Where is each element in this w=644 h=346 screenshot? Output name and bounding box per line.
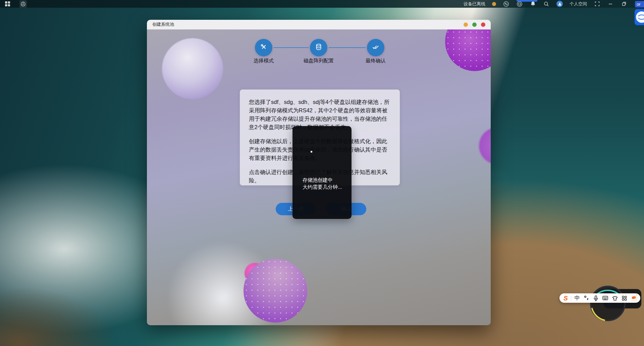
dialog-titlebar[interactable]: 创建系统池 xyxy=(147,20,491,30)
toast-line-2: 大约需要几分钟... xyxy=(303,183,342,190)
toolbox-grid-icon[interactable] xyxy=(621,295,628,301)
decor-sphere-soft xyxy=(162,38,223,99)
skin-theme-icon[interactable] xyxy=(612,295,618,301)
ime-logo[interactable]: S xyxy=(564,295,568,301)
launcher-grid-icon[interactable] xyxy=(4,1,11,7)
toast-line-1: 存储池创建中 xyxy=(303,176,342,183)
system-top-bar: 设备已离线 个人空间 xyxy=(0,0,644,8)
assistant-tab-label: or xyxy=(637,2,641,7)
decor-sphere-dotted-bottom xyxy=(244,259,307,323)
transfer-icon[interactable] xyxy=(503,1,509,7)
punctuation-mode-icon[interactable] xyxy=(583,295,589,301)
assistant-float-button[interactable] xyxy=(635,9,644,25)
maximize-icon[interactable] xyxy=(621,1,627,7)
creating-pool-toast: 存储池创建中 大约需要几分钟... xyxy=(292,126,352,219)
minimize-icon[interactable] xyxy=(607,1,614,7)
user-space-label[interactable]: 个人空间 xyxy=(570,1,587,7)
assistant-tab[interactable]: or xyxy=(635,1,644,7)
decor-sphere-right xyxy=(479,127,491,164)
system-monitor-widget[interactable] xyxy=(589,285,626,322)
step-label-select-mode: 选择模式 xyxy=(254,58,274,64)
status-dot-icon xyxy=(492,2,496,6)
step-connector-1 xyxy=(274,47,309,48)
step-connector-2 xyxy=(329,47,366,48)
assistant-logo-icon xyxy=(636,11,644,23)
voice-input-icon[interactable] xyxy=(593,295,599,301)
disk-array-icon xyxy=(315,43,323,52)
emoji-sticker-icon[interactable] xyxy=(631,295,637,301)
minimize-traffic-button[interactable] xyxy=(464,22,468,27)
decor-sphere-dotted-top xyxy=(445,30,491,71)
search-icon[interactable] xyxy=(543,1,550,7)
user-avatar[interactable] xyxy=(556,1,563,7)
device-status-text: 设备已离线 xyxy=(464,1,485,7)
ime-toolbar: S 中 xyxy=(559,293,640,303)
double-check-icon xyxy=(372,43,380,52)
loading-spinner-icon xyxy=(311,151,312,153)
step-select-mode[interactable] xyxy=(255,39,272,56)
step-final-confirm[interactable] xyxy=(367,39,384,56)
dialog-title: 创建系统池 xyxy=(152,21,174,27)
maximize-traffic-button[interactable] xyxy=(472,22,477,27)
workspace-icon[interactable] xyxy=(19,0,27,8)
notification-sliver xyxy=(517,0,537,2)
step-disk-array-config[interactable] xyxy=(310,39,327,56)
ime-separator xyxy=(571,296,571,301)
step-label-disk-array: 磁盘阵列配置 xyxy=(304,58,334,64)
step-label-final-confirm: 最终确认 xyxy=(366,58,386,64)
ime-language-mode-button[interactable]: 中 xyxy=(575,295,580,301)
tools-icon xyxy=(260,43,268,52)
fullscreen-icon[interactable] xyxy=(594,1,600,7)
close-traffic-button[interactable] xyxy=(481,22,485,27)
soft-keyboard-icon[interactable] xyxy=(602,295,608,301)
